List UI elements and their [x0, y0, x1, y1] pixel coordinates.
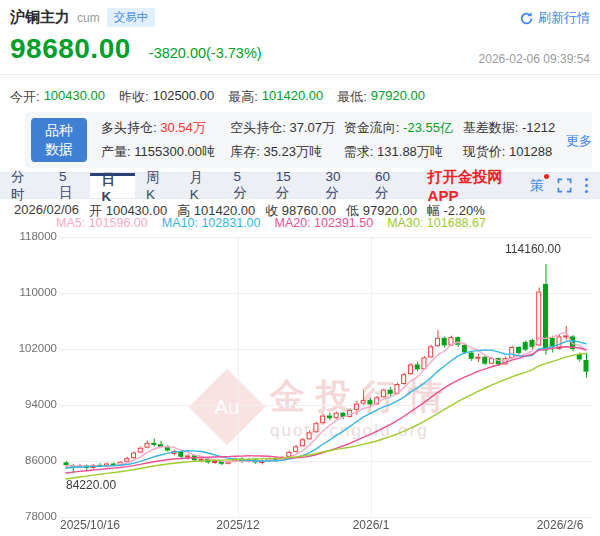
ma-legend: MA5: 101596.00 MA10: 102831.00 MA20: 102…: [56, 216, 486, 230]
demand-label: 需求:: [344, 144, 374, 159]
variety-data-grid: 多头持仓: 30.54万 空头持仓: 37.07万 资金流向: -23.55亿 …: [101, 116, 566, 164]
refresh-quotes-button[interactable]: 刷新行情: [519, 9, 590, 27]
x-axis-tick: 2025/10/16: [60, 518, 120, 532]
prev-close-value: 102500.00: [153, 88, 214, 106]
variety-data-badge: 品种 数据: [31, 118, 87, 162]
y-axis-tick: 86000: [7, 454, 57, 466]
kline-chart[interactable]: Au 金投行情 quote.cngold.org 118000 110000 1…: [0, 230, 600, 536]
low-annotation: 84220.00: [66, 478, 116, 492]
tab-timeline[interactable]: 分时: [0, 173, 48, 198]
fund-flow-label: 资金流向:: [344, 120, 400, 135]
low-label: 最低:: [337, 88, 367, 106]
ma5-name: MA5:: [56, 216, 85, 230]
ma10-value: 102831.00: [201, 216, 260, 230]
y-axis-tick: 118000: [7, 230, 57, 242]
basis-value: -1212: [522, 120, 555, 135]
header-divider: [0, 74, 600, 75]
x-axis-tick: 2026/2/6: [537, 518, 584, 532]
tab-60min[interactable]: 60分: [364, 173, 414, 198]
quote-summary: 今开:100430.00 昨收:102500.00 最高:101420.00 最…: [10, 88, 425, 106]
low-value: 97920.00: [371, 88, 425, 106]
quote-timestamp: 2026-02-06 09:39:54: [479, 52, 590, 66]
tab-weekly-k[interactable]: 周K: [135, 173, 179, 198]
ma20-name: MA20:: [274, 216, 310, 230]
price-row: 98680.00 -3820.00(-3.73%): [10, 33, 262, 65]
basis-label: 基差数据:: [463, 120, 519, 135]
inventory-value: 35.23万吨: [263, 144, 322, 159]
long-position-value: 30.54万: [160, 120, 206, 135]
more-button[interactable]: 更多: [566, 133, 592, 148]
short-position-value: 37.07万: [289, 120, 335, 135]
long-position-label: 多头持仓:: [101, 120, 157, 135]
tab-30min[interactable]: 30分: [314, 173, 364, 198]
y-axis-tick: 102000: [7, 342, 57, 354]
more-options-icon[interactable]: [585, 184, 588, 187]
last-price: 98680.00: [10, 33, 131, 65]
high-label: 最高:: [228, 88, 258, 106]
tab-5day[interactable]: 5日: [48, 173, 90, 198]
ma5-value: 101596.00: [89, 216, 148, 230]
tab-5min[interactable]: 5分: [222, 173, 264, 198]
tab-daily-k[interactable]: 日K: [90, 173, 134, 198]
y-axis-tick: 110000: [7, 286, 57, 298]
y-axis-tick: 78000: [7, 510, 57, 522]
short-position-label: 空头持仓:: [230, 120, 286, 135]
contract-name: 沪铜主力: [10, 8, 70, 27]
open-app-link[interactable]: 打开金投网APP: [428, 173, 530, 198]
high-value: 101420.00: [262, 88, 323, 106]
trading-status-badge: 交易中: [107, 8, 156, 27]
header: 沪铜主力 cum 交易中: [10, 8, 155, 27]
contract-code: cum: [77, 11, 100, 25]
period-tabbar: 分时 5日 日K 周K 月K 5分 15分 30分 60分 打开金投网APP 策: [0, 172, 600, 199]
refresh-icon: [519, 11, 534, 26]
tab-monthly-k[interactable]: 月K: [179, 173, 223, 198]
x-axis-tick: 2025/12: [216, 518, 259, 532]
spot-price-value: 101288: [509, 144, 552, 159]
quote-page: 沪铜主力 cum 交易中 刷新行情 98680.00 -3820.00(-3.7…: [0, 0, 600, 536]
ma30-name: MA30:: [387, 216, 423, 230]
high-annotation: 114160.00: [505, 242, 561, 256]
output-value: 1155300.00吨: [134, 144, 215, 159]
fullscreen-icon[interactable]: [557, 178, 572, 193]
ma10-name: MA10:: [162, 216, 198, 230]
open-value: 100430.00: [44, 88, 105, 106]
output-label: 产量:: [101, 144, 131, 159]
price-change: -3820.00(-3.73%): [149, 45, 262, 61]
ma30-value: 101688.67: [427, 216, 486, 230]
variety-data-panel: 品种 数据 多头持仓: 30.54万 空头持仓: 37.07万 资金流向: -2…: [25, 112, 592, 168]
refresh-label: 刷新行情: [538, 9, 590, 27]
demand-value: 131.88万吨: [377, 144, 443, 159]
spot-price-label: 现货价:: [463, 144, 506, 159]
fund-flow-value: -23.55亿: [403, 120, 453, 135]
y-axis-tick: 94000: [7, 398, 57, 410]
open-label: 今开:: [10, 88, 40, 106]
ma20-value: 102391.50: [314, 216, 373, 230]
prev-close-label: 昨收:: [119, 88, 149, 106]
tab-15min[interactable]: 15分: [265, 173, 315, 198]
strategy-icon[interactable]: 策: [530, 177, 544, 195]
inventory-label: 库存:: [230, 144, 260, 159]
x-axis-tick: 2026/1: [353, 518, 390, 532]
